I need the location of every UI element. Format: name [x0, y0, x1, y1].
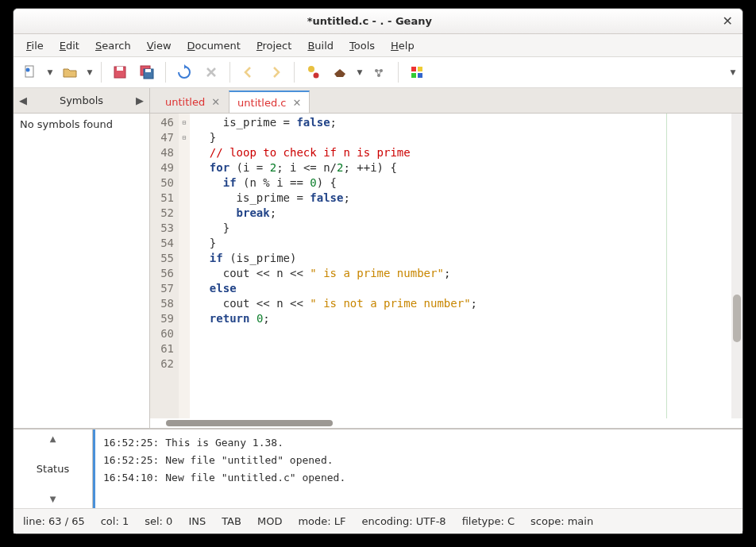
- close-file-button[interactable]: [199, 61, 223, 83]
- toolbar: ▼ ▼ ▼ ▼: [14, 56, 742, 88]
- status-scope: scope: main: [530, 515, 593, 527]
- editor-tab[interactable]: untitled.c✕: [229, 91, 310, 114]
- new-file-button[interactable]: [18, 61, 42, 83]
- status-encoding: encoding: UTF-8: [362, 515, 446, 527]
- build-button[interactable]: [328, 61, 352, 83]
- compile-button[interactable]: [301, 61, 325, 83]
- save-all-button[interactable]: [135, 61, 159, 83]
- horizontal-scrollbar[interactable]: [150, 418, 742, 428]
- svg-point-8: [314, 73, 319, 79]
- window-title: *untitled.c - . - Geany: [20, 15, 719, 27]
- svg-point-1: [26, 68, 30, 72]
- status-col: col: 1: [101, 515, 129, 527]
- menu-project[interactable]: Project: [250, 37, 299, 54]
- status-line: line: 63 / 65: [23, 515, 85, 527]
- open-file-button[interactable]: [58, 61, 82, 83]
- new-file-dropdown[interactable]: ▼: [45, 68, 55, 76]
- toolbar-separator: [294, 62, 295, 83]
- titlebar[interactable]: *untitled.c - . - Geany ✕: [14, 9, 742, 34]
- menu-file[interactable]: File: [20, 37, 50, 54]
- color-chooser-button[interactable]: [405, 61, 429, 83]
- status-tab: TAB: [222, 515, 241, 527]
- status-sel: sel: 0: [145, 515, 172, 527]
- sidebar-prev-icon[interactable]: ◀: [14, 94, 33, 106]
- menu-edit[interactable]: Edit: [53, 37, 86, 54]
- sidebar-next-icon[interactable]: ▶: [130, 94, 149, 106]
- status-ins: INS: [188, 515, 206, 527]
- msg-next-icon[interactable]: ▼: [50, 495, 56, 503]
- message-body[interactable]: 16:52:25: This is Geany 1.38.16:52:25: N…: [93, 430, 742, 508]
- menu-document[interactable]: Document: [181, 37, 247, 54]
- menubar: File Edit Search View Document Project B…: [14, 34, 742, 56]
- svg-point-7: [308, 66, 314, 72]
- build-dropdown[interactable]: ▼: [355, 68, 364, 76]
- editor-tabs: untitled✕untitled.c✕: [150, 88, 742, 114]
- workarea: ◀ Symbols ▶ No symbols found untitled✕un…: [14, 88, 742, 429]
- svg-rect-12: [411, 67, 416, 71]
- nav-back-button[interactable]: [237, 61, 260, 83]
- svg-rect-14: [411, 73, 416, 78]
- code-editor[interactable]: 4647484950515253545556575859606162 ⊟⊟ is…: [150, 114, 742, 418]
- open-file-dropdown[interactable]: ▼: [85, 68, 94, 76]
- fold-gutter[interactable]: ⊟⊟: [179, 114, 190, 418]
- sidebar-tab-label[interactable]: Symbols: [33, 94, 130, 106]
- sidebar-tabs: ◀ Symbols ▶: [14, 88, 149, 114]
- scrollbar-thumb[interactable]: [733, 295, 741, 342]
- status-mod: MOD: [257, 515, 282, 527]
- toolbar-separator: [398, 62, 399, 83]
- status-mode: mode: LF: [298, 515, 345, 527]
- reload-button[interactable]: [172, 61, 196, 83]
- menu-build[interactable]: Build: [301, 37, 340, 54]
- run-button[interactable]: [368, 61, 392, 83]
- toolbar-separator: [101, 62, 102, 83]
- close-icon[interactable]: ✕: [719, 13, 736, 29]
- app-window: *untitled.c - . - Geany ✕ File Edit Sear…: [13, 8, 743, 534]
- right-margin-line: [666, 114, 667, 418]
- msg-tab-label[interactable]: Status: [37, 463, 69, 475]
- vertical-scrollbar[interactable]: [731, 114, 742, 418]
- svg-rect-13: [418, 67, 422, 71]
- svg-rect-6: [145, 69, 151, 72]
- menu-tools[interactable]: Tools: [343, 37, 381, 54]
- statusbar: line: 63 / 65 col: 1 sel: 0 INS TAB MOD …: [14, 508, 742, 534]
- line-number-gutter: 4647484950515253545556575859606162: [150, 114, 179, 418]
- status-filetype: filetype: C: [462, 515, 515, 527]
- scrollbar-thumb[interactable]: [166, 420, 333, 426]
- tab-close-icon[interactable]: ✕: [211, 96, 220, 108]
- toolbar-separator: [165, 62, 166, 83]
- msg-prev-icon[interactable]: ▲: [50, 434, 56, 443]
- tab-close-icon[interactable]: ✕: [293, 97, 302, 109]
- editor-tab[interactable]: untitled✕: [156, 90, 229, 114]
- menu-search[interactable]: Search: [89, 37, 137, 54]
- toolbar-overflow[interactable]: ▼: [728, 68, 738, 76]
- tab-label: untitled: [165, 96, 205, 108]
- svg-rect-15: [418, 73, 422, 78]
- message-pane: ▲ Status ▼ 16:52:25: This is Geany 1.38.…: [14, 429, 742, 508]
- message-tabs-side: ▲ Status ▼: [14, 430, 93, 508]
- editor-column: untitled✕untitled.c✕ 4647484950515253545…: [150, 88, 742, 428]
- sidebar: ◀ Symbols ▶ No symbols found: [14, 88, 150, 428]
- save-button[interactable]: [108, 61, 132, 83]
- tab-label: untitled.c: [237, 97, 286, 109]
- menu-view[interactable]: View: [141, 37, 178, 54]
- nav-forward-button[interactable]: [264, 61, 287, 83]
- code-area[interactable]: is_prime = false; } // loop to check if …: [190, 114, 731, 418]
- sidebar-body: No symbols found: [14, 114, 149, 428]
- menu-help[interactable]: Help: [384, 37, 421, 54]
- toolbar-separator: [230, 62, 230, 83]
- svg-rect-3: [117, 67, 123, 71]
